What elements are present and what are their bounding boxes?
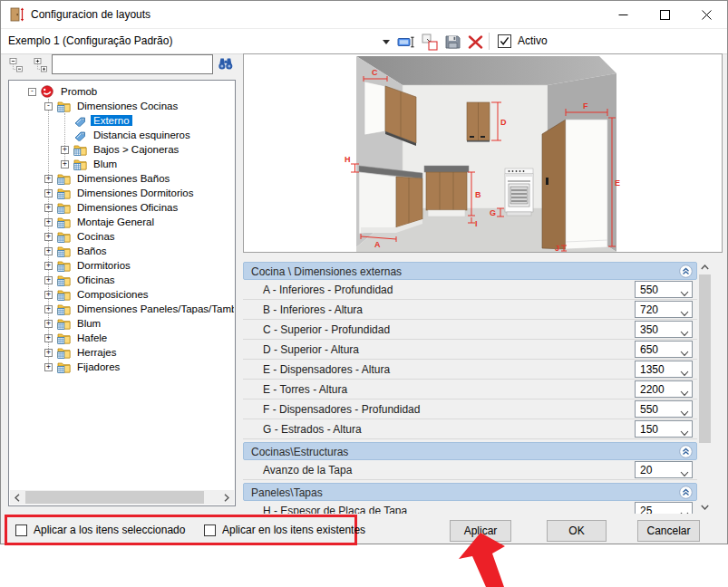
active-checkbox[interactable] <box>498 34 511 48</box>
property-label: E - Dispensadores - Altura <box>263 363 390 376</box>
property-combobox[interactable]: 550 <box>635 400 693 418</box>
tree-item-composiciones[interactable]: +Composiciones <box>10 287 234 302</box>
properties-panel: Cocina \ Dimensiones externasA - Inferio… <box>243 260 697 514</box>
tree-item-promob[interactable]: -Promob <box>10 84 234 99</box>
tree-item-label: Dimensiones Oficinas <box>74 202 180 213</box>
tree-expander[interactable]: + <box>44 276 53 284</box>
tree-expander[interactable]: + <box>44 189 53 197</box>
tree-item-herrajes[interactable]: +Herrajes <box>10 345 234 360</box>
tree-item-bajos-cajoneras[interactable]: +Bajos > Cajoneras <box>10 142 234 157</box>
tree-expander[interactable]: - <box>28 88 36 96</box>
delete-layout-button[interactable] <box>465 32 485 52</box>
tree-item-ba-os[interactable]: +Baños <box>10 244 234 258</box>
minimize-icon <box>618 10 628 20</box>
tree-item-distancia-esquineros[interactable]: Distancia esquineros <box>10 128 234 142</box>
base-cabinet-middle <box>424 166 469 217</box>
tree-expander[interactable]: + <box>44 262 53 270</box>
ok-button[interactable]: OK <box>547 520 607 542</box>
scroll-up-button[interactable] <box>698 260 712 274</box>
tree-horizontal-scrollbar[interactable] <box>10 490 234 505</box>
tree-item-dimensiones-dormitorios[interactable]: +Dimensiones Dormitorios <box>10 186 234 200</box>
tree-item-hafele[interactable]: +Hafele <box>10 331 234 345</box>
tree-expander[interactable]: + <box>44 175 53 183</box>
folder-icon <box>57 245 71 257</box>
chevron-right-icon <box>224 494 229 502</box>
apply-existing-checkbox[interactable] <box>204 524 216 536</box>
tree-expander[interactable]: + <box>44 305 53 313</box>
dim-label-i: I <box>475 219 478 228</box>
hscroll-thumb[interactable] <box>25 491 204 504</box>
layout-dropdown-button[interactable] <box>376 32 396 52</box>
collapse-section-button[interactable] <box>679 445 693 458</box>
combobox-value: 20 <box>640 464 652 476</box>
tree-item-oficinas[interactable]: +Oficinas <box>10 273 234 287</box>
tree-item-externo[interactable]: Externo <box>10 113 234 128</box>
annotation-arrow <box>399 521 517 587</box>
copy-icon <box>422 34 438 51</box>
expand-all-button[interactable] <box>34 57 50 73</box>
tree-expander[interactable]: + <box>44 247 53 255</box>
collapse-all-button[interactable] <box>9 57 25 73</box>
toolbar-separator <box>489 33 490 50</box>
tree-item-label: Dimensiones Paneles/Tapas/Tambu <box>74 303 234 314</box>
property-row: Avanzo de la Tapa20 <box>243 460 697 480</box>
tree-item-dimensiones-oficinas[interactable]: +Dimensiones Oficinas <box>10 200 234 215</box>
tree-expander[interactable]: + <box>44 233 53 241</box>
tree-item-dimensiones-ba-os[interactable]: +Dimensiones Baños <box>10 171 234 186</box>
vscroll-thumb[interactable] <box>699 274 711 443</box>
tree-expander[interactable]: + <box>61 146 69 154</box>
collapse-section-button[interactable] <box>679 265 693 278</box>
copy-layout-button[interactable] <box>420 32 440 52</box>
tree-expander[interactable]: + <box>44 334 53 342</box>
tree-expander[interactable]: + <box>44 363 53 371</box>
tree-expander[interactable]: + <box>44 204 53 212</box>
folder-icon <box>57 361 71 373</box>
preview-panel: C D H A B I G F E J <box>243 53 723 253</box>
tree-expander[interactable]: + <box>44 291 53 299</box>
property-combobox[interactable]: 20 <box>635 461 693 478</box>
scroll-right-button[interactable] <box>219 490 234 505</box>
tree-item-dormitorios[interactable]: +Dormitorios <box>10 258 234 273</box>
tree-item-dimensiones-paneles-tapas-tambu[interactable]: +Dimensiones Paneles/Tapas/Tambu <box>10 302 234 316</box>
tree-item-fijadores[interactable]: +Fijadores <box>10 360 234 374</box>
apply-selected-checkbox[interactable] <box>15 524 27 536</box>
property-combobox[interactable]: 550 <box>635 281 693 298</box>
tree-item-dimensiones-cocinas[interactable]: -Dimensiones Cocinas <box>10 99 234 113</box>
save-layout-button[interactable] <box>442 32 462 52</box>
tree-expander[interactable]: + <box>61 160 69 168</box>
property-combobox[interactable]: 350 <box>635 321 693 338</box>
scroll-down-button[interactable] <box>698 500 712 514</box>
tree-search-input[interactable] <box>52 54 213 74</box>
property-combobox[interactable]: 720 <box>635 301 693 318</box>
tree-item-blum[interactable]: +Blum <box>10 157 234 171</box>
titlebar[interactable]: Configuracion de layouts <box>1 1 727 29</box>
tree-expander[interactable]: + <box>44 349 53 357</box>
layout-name[interactable]: Exemplo 1 (Configuração Padrão) <box>8 34 172 47</box>
collapse-section-button[interactable] <box>679 486 693 499</box>
property-combobox[interactable]: 2200 <box>635 380 693 398</box>
maximize-button[interactable] <box>644 1 685 28</box>
rename-layout-button[interactable] <box>396 32 416 52</box>
cancel-button[interactable]: Cancelar <box>637 520 700 542</box>
tree-expander[interactable]: + <box>44 218 53 226</box>
property-label: C - Superior - Profundidad <box>263 323 390 336</box>
scroll-left-button[interactable] <box>10 490 24 505</box>
properties-scrollbar[interactable] <box>698 260 712 514</box>
tree-item-label: Hafele <box>74 332 110 343</box>
tree-item-blum[interactable]: +Blum <box>10 316 234 331</box>
tree-expander[interactable]: + <box>44 320 53 328</box>
section-header: Cocina \ Dimensiones externas <box>243 262 697 280</box>
tree-expander[interactable]: - <box>44 102 53 111</box>
tree-item-montaje-general[interactable]: +Montaje General <box>10 215 234 229</box>
folder-icon <box>57 230 71 243</box>
property-combobox[interactable]: 650 <box>635 341 693 358</box>
tag-icon <box>73 129 87 141</box>
tree-item-cocinas[interactable]: +Cocinas <box>10 229 234 244</box>
property-combobox[interactable]: 1350 <box>635 361 693 378</box>
tall-cabinet <box>542 120 607 249</box>
minimize-button[interactable] <box>602 1 644 28</box>
close-button[interactable] <box>685 1 727 28</box>
search-button[interactable] <box>218 56 234 71</box>
property-combobox[interactable]: 25 <box>635 502 693 514</box>
property-combobox[interactable]: 150 <box>635 420 693 438</box>
